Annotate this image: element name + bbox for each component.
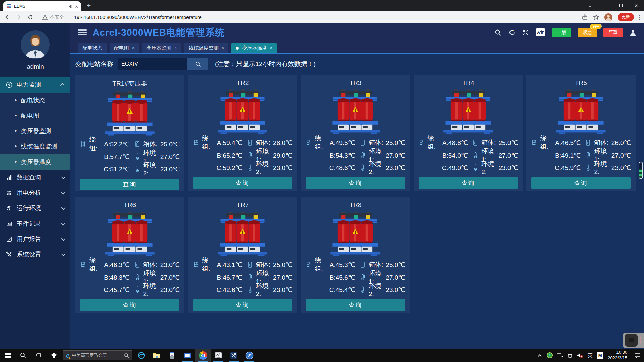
tab-close-icon[interactable]: × — [222, 46, 224, 50]
query-button[interactable]: 查询 — [419, 177, 518, 189]
pinned-app-icon[interactable] — [46, 349, 62, 362]
sidebar-item-transformer-monitor[interactable]: 变压器监测 — [0, 123, 70, 139]
security-label: 不安全 — [50, 14, 64, 20]
winding-b-value: B:65.2℃ — [217, 152, 243, 159]
start-button[interactable] — [0, 349, 15, 362]
sidebar-item-dist-diagram[interactable]: 配电图 — [0, 108, 70, 123]
menu-toggle-icon[interactable] — [78, 29, 87, 35]
search-icon[interactable] — [494, 29, 502, 36]
alarm-severe-button[interactable]: 严重 — [603, 28, 623, 37]
file-explorer-icon[interactable] — [149, 349, 164, 362]
winding-label: 绕组: — [315, 134, 327, 152]
query-button[interactable]: 查询 — [80, 299, 179, 311]
network-icon[interactable] — [555, 349, 565, 362]
sidebar: admin 电力监测 配电状态 配电图 变压器监测 线缆温度监测 变压器温度 数… — [0, 23, 70, 349]
sidebar-group-settings[interactable]: 系统设置 — [0, 247, 70, 262]
app-icon-nx[interactable] — [226, 349, 241, 362]
query-button[interactable]: 查询 — [306, 177, 405, 189]
tab-dist-diagram[interactable]: 配电图× — [110, 43, 139, 53]
fullscreen-icon[interactable] — [522, 29, 529, 36]
chrome-app-icon[interactable] — [195, 349, 211, 362]
user-icon[interactable] — [629, 29, 637, 36]
alarm-general-button[interactable]: 一般 — [552, 28, 571, 37]
sidebar-group-data-query[interactable]: 数据查询 — [0, 170, 70, 185]
env1-value: 29.0℃ — [273, 152, 292, 159]
bookmark-star-icon[interactable] — [593, 14, 599, 20]
tab-cable-temp[interactable]: 线缆温度监测× — [184, 43, 228, 53]
box-icon — [134, 261, 141, 268]
feedback-widget[interactable] — [623, 333, 644, 348]
user-avatar[interactable] — [21, 30, 50, 59]
minimize-button[interactable]: — — [598, 0, 613, 11]
station-search-button[interactable] — [187, 58, 208, 70]
close-window-button[interactable]: ✕ — [629, 0, 644, 11]
temperature-readings: 绕组: A:45.3℃ B:45.6℃ C:45.4℃ 箱体: 25.0℃ 环境… — [301, 260, 410, 294]
taskbar-search-icon[interactable] — [15, 349, 31, 362]
ime-mode-badge[interactable]: M — [595, 349, 605, 362]
app-icon-admin-tools[interactable] — [241, 349, 257, 362]
security-chip[interactable]: 不安全 — [42, 14, 69, 20]
query-button[interactable]: 查询 — [80, 179, 179, 190]
alarm-urgent-button[interactable]: 紧急99+ — [578, 28, 597, 37]
task-view-icon[interactable] — [31, 349, 46, 362]
sidebar-group-power-monitor[interactable]: 电力监测 — [0, 77, 70, 93]
sidebar-item-dist-status[interactable]: 配电状态 — [0, 93, 70, 108]
query-button[interactable]: 查询 — [531, 177, 631, 189]
station-label: 变配电站名称 — [75, 60, 113, 68]
query-button[interactable]: 查询 — [193, 299, 292, 311]
sidebar-group-usage-analysis[interactable]: 用电分析 — [0, 185, 70, 200]
transformer-card: TR5 — [526, 75, 636, 191]
sidebar-group-environment[interactable]: 运行环境 — [0, 200, 70, 216]
taskbar-search-box[interactable]: e▲ 中美高官罗马会晤 — [63, 350, 132, 360]
sidebar-group-user-report[interactable]: 用户报告 — [0, 231, 70, 247]
ie-app-icon[interactable] — [133, 349, 149, 362]
sidebar-item-transformer-temp[interactable]: 变压器温度 — [0, 154, 70, 170]
new-tab-button[interactable]: + — [87, 2, 91, 10]
query-button[interactable]: 查询 — [193, 177, 292, 189]
usb-icon[interactable] — [565, 349, 575, 362]
tab-audio-icon[interactable] — [68, 4, 73, 9]
box-value: 25.0℃ — [386, 261, 405, 269]
env2-value: 23.0℃ — [386, 164, 405, 172]
thermometer-icon — [472, 164, 479, 171]
url-text[interactable]: 192.168.1.100:8090/3000WEBV2/Transformer… — [74, 15, 577, 20]
tab-dist-status[interactable]: 配电状态 — [78, 43, 107, 53]
scrollbar-thumb[interactable] — [639, 162, 643, 179]
app-icon-monitor-tool[interactable] — [211, 349, 226, 362]
sidebar-group-event-log[interactable]: 事件记录 — [0, 216, 70, 231]
chrome-update-button[interactable]: 更新 — [618, 13, 634, 21]
taskbar-clock[interactable]: 10:30 2022/3/15 — [605, 350, 631, 361]
tab-close-icon[interactable]: × — [132, 46, 135, 50]
tray-expand-icon[interactable] — [535, 349, 545, 362]
browser-menu-icon[interactable] — [639, 15, 640, 20]
app-icon-project[interactable] — [164, 349, 180, 362]
maximize-button[interactable] — [613, 0, 629, 11]
env2-label: 环境2: — [594, 160, 608, 176]
app-icon-window[interactable] — [180, 349, 195, 362]
thermometer-icon — [134, 166, 141, 172]
volume-muted-icon[interactable] — [575, 349, 585, 362]
action-center-icon[interactable] — [631, 349, 644, 362]
tab-close-icon[interactable]: × — [75, 4, 78, 9]
share-icon[interactable] — [582, 14, 588, 20]
station-search-input[interactable] — [118, 58, 187, 70]
browser-tab[interactable]: EEMS × — [3, 1, 81, 11]
refresh-icon[interactable] — [27, 14, 34, 21]
winding-c-value: C:45.7℃ — [104, 286, 129, 294]
translate-icon[interactable]: A文 — [536, 28, 545, 36]
back-icon[interactable] — [4, 14, 11, 21]
refresh-icon[interactable] — [508, 29, 516, 36]
forward-icon[interactable] — [15, 14, 22, 21]
tab-close-icon[interactable]: × — [270, 46, 272, 50]
tray-antivirus-icon[interactable]: + — [545, 349, 555, 362]
profile-avatar[interactable] — [604, 13, 612, 21]
box-value: 25.0℃ — [386, 139, 405, 147]
tab-search-icon[interactable]: ⌄ — [582, 0, 598, 11]
ime-language-indicator[interactable]: 英 — [585, 349, 595, 362]
tab-transformer-monitor[interactable]: 变压器监测× — [142, 43, 181, 53]
winding-label: 绕组: — [89, 135, 101, 153]
tab-close-icon[interactable]: × — [174, 46, 177, 50]
tab-transformer-temp[interactable]: 变压器温度× — [231, 43, 277, 53]
query-button[interactable]: 查询 — [306, 299, 405, 311]
sidebar-item-cable-temp[interactable]: 线缆温度监测 — [0, 139, 70, 154]
